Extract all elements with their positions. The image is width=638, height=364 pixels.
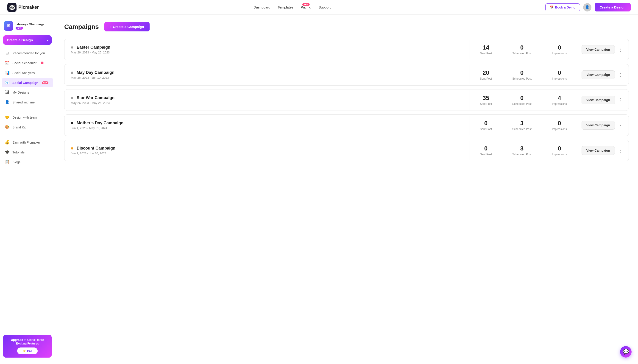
sent-post-label: Sent Post	[480, 52, 492, 55]
sent-post-label: Sent Post	[480, 128, 492, 131]
scheduled-post-value: 3	[512, 145, 532, 152]
calendar-icon: 📅	[550, 6, 554, 9]
more-options-button[interactable]: ⋮	[617, 96, 624, 104]
campaign-actions: View Campaign ⋮	[577, 45, 628, 54]
sidebar-upgrade: Upgrade to Unlock more Exciting Features…	[0, 332, 55, 360]
stat-impressions: 0 Impressions	[542, 64, 577, 85]
create-design-sidebar-button[interactable]: Create a Design ›	[3, 35, 52, 45]
sidebar-item-earn[interactable]: 💰 Earn with Picmaker	[2, 138, 53, 147]
sidebar-item-campaign[interactable]: 📧 Social Campaign New	[2, 78, 53, 88]
person-icon: 👤	[4, 100, 10, 104]
sent-post-value: 35	[480, 94, 492, 102]
designs-icon: 🖼	[4, 90, 10, 95]
nav-templates[interactable]: Templates	[278, 5, 293, 9]
stat-sent-post: 0 Sent Post	[470, 140, 502, 161]
sent-post-value: 14	[480, 44, 492, 51]
nav-support[interactable]: Support	[319, 5, 331, 9]
campaign-status-dot	[71, 46, 73, 49]
sidebar-item-recommended[interactable]: ⊞ Recommended for you	[2, 48, 53, 58]
sent-post-value: 0	[480, 145, 492, 152]
sent-post-label: Sent Post	[480, 153, 492, 156]
campaign-dates: Jun 1, 2023 - Jun 30, 2023	[71, 152, 463, 155]
main-content: Campaigns + Create a Campaign Easter Cam…	[55, 15, 638, 364]
create-design-nav-button[interactable]: Create a Design	[595, 3, 631, 12]
create-campaign-button[interactable]: + Create a Campaign	[104, 22, 150, 32]
logo-icon: 🐼	[7, 3, 16, 12]
stat-impressions: 0 Impressions	[542, 115, 577, 136]
stat-sent-post: 0 Sent Post	[470, 115, 502, 136]
campaign-dates: May 26, 2023 - May 26, 2023	[71, 51, 463, 54]
pro-upgrade-button[interactable]: ★ Pro	[17, 348, 38, 354]
more-options-button[interactable]: ⋮	[617, 122, 624, 129]
campaign-actions: View Campaign ⋮	[577, 146, 628, 155]
scheduled-post-label: Scheduled Post	[512, 52, 532, 55]
sidebar-item-tutorials[interactable]: 🎓 Tutorials	[2, 148, 53, 157]
campaign-list: Easter Campaign May 26, 2023 - May 26, 2…	[64, 39, 629, 161]
view-campaign-button[interactable]: View Campaign	[582, 45, 615, 54]
campaign-stats: 20 Sent Post 0 Scheduled Post 0 Impressi…	[470, 64, 577, 85]
campaign-stats: 35 Sent Post 0 Scheduled Post 4 Impressi…	[470, 90, 577, 110]
user-avatar-nav[interactable]: 👤	[583, 3, 592, 12]
impressions-label: Impressions	[552, 102, 567, 106]
nav-pricing-wrap: New Pricing	[301, 5, 311, 10]
upgrade-text: Upgrade to Unlock more	[6, 338, 48, 342]
sidebar-item-shared[interactable]: 👤 Shared with me	[2, 98, 53, 107]
chat-bubble-button[interactable]: 💬	[620, 346, 632, 358]
stat-scheduled-post: 0 Scheduled Post	[502, 64, 542, 85]
campaign-new-badge: New	[42, 82, 49, 84]
book-demo-button[interactable]: 📅 Book a Demo	[545, 4, 580, 11]
campaign-name: May Day Campaign	[71, 70, 463, 75]
nav-links: Dashboard Templates New Pricing Support	[254, 5, 330, 10]
impressions-value: 0	[552, 145, 567, 152]
sent-post-label: Sent Post	[480, 102, 492, 106]
impressions-value: 4	[552, 94, 567, 102]
campaign-status-dot	[71, 97, 73, 99]
sidebar-item-scheduler[interactable]: 📅 Social Scheduler ⏺	[2, 58, 53, 68]
view-campaign-button[interactable]: View Campaign	[582, 121, 615, 130]
campaign-stats: 0 Sent Post 3 Scheduled Post 0 Impressio…	[470, 140, 577, 161]
campaign-card: Discount Campaign Jun 1, 2023 - Jun 30, …	[64, 140, 629, 161]
campaign-dates: May 26, 2023 - Jun 10, 2023	[71, 76, 463, 79]
campaign-status-dot	[71, 147, 73, 150]
more-options-button[interactable]: ⋮	[617, 71, 624, 78]
nav-actions: 📅 Book a Demo 👤 Create a Design	[545, 3, 631, 12]
campaign-icon: 📧	[4, 80, 10, 85]
sidebar-item-analytics[interactable]: 📊 Social Analytics	[2, 68, 53, 78]
campaign-actions: View Campaign ⋮	[577, 96, 628, 104]
campaign-card: Star War Campaign May 26, 2023 - May 26,…	[64, 89, 629, 111]
campaign-info: Discount Campaign Jun 1, 2023 - Jun 30, …	[64, 141, 470, 160]
logo[interactable]: 🐼 Picmaker	[7, 3, 39, 12]
campaign-info: May Day Campaign May 26, 2023 - Jun 10, …	[64, 65, 470, 84]
sidebar-nav-secondary: 🤝 Design with team 🎨 Brand Kit	[0, 112, 55, 132]
sidebar-nav-primary: ⊞ Recommended for you 📅 Social Scheduler…	[0, 48, 55, 107]
sidebar-item-my-designs[interactable]: 🖼 My Designs	[2, 88, 53, 97]
impressions-value: 0	[552, 44, 567, 51]
chat-icon: 💬	[623, 349, 629, 355]
sidebar-item-brand[interactable]: 🎨 Brand Kit	[2, 122, 53, 132]
more-options-button[interactable]: ⋮	[617, 147, 624, 154]
campaign-name: Star War Campaign	[71, 96, 463, 100]
upgrade-box: Upgrade to Unlock more Exciting Features…	[3, 335, 52, 358]
nav-dashboard[interactable]: Dashboard	[254, 5, 270, 9]
campaign-dates: Jun 1, 2023 - May 31, 2024	[71, 126, 463, 130]
stat-impressions: 0 Impressions	[542, 39, 577, 60]
view-campaign-button[interactable]: View Campaign	[582, 146, 615, 155]
logo-text: Picmaker	[18, 4, 39, 10]
scheduled-post-label: Scheduled Post	[512, 128, 532, 131]
grid-icon: ⊞	[4, 51, 10, 56]
campaign-name: Discount Campaign	[71, 146, 463, 151]
campaign-card: Easter Campaign May 26, 2023 - May 26, 2…	[64, 39, 629, 60]
sidebar-item-blogs[interactable]: 📋 Blogs	[2, 157, 53, 167]
top-navigation: 🐼 Picmaker Dashboard Templates New Prici…	[0, 0, 638, 15]
brand-icon: 🎨	[4, 125, 10, 130]
campaign-name: Mother's Day Campaign	[71, 121, 463, 126]
chevron-right-icon: ›	[47, 38, 48, 42]
campaign-stats: 0 Sent Post 3 Scheduled Post 0 Impressio…	[470, 115, 577, 136]
campaign-info: Star War Campaign May 26, 2023 - May 26,…	[64, 90, 470, 110]
view-campaign-button[interactable]: View Campaign	[582, 96, 615, 104]
sidebar-item-team[interactable]: 🤝 Design with team	[2, 112, 53, 122]
scheduled-post-label: Scheduled Post	[512, 102, 532, 106]
view-campaign-button[interactable]: View Campaign	[582, 70, 615, 79]
sidebar-user: IS Ishwarya Shanmuga... pro	[0, 18, 55, 35]
more-options-button[interactable]: ⋮	[617, 46, 624, 53]
